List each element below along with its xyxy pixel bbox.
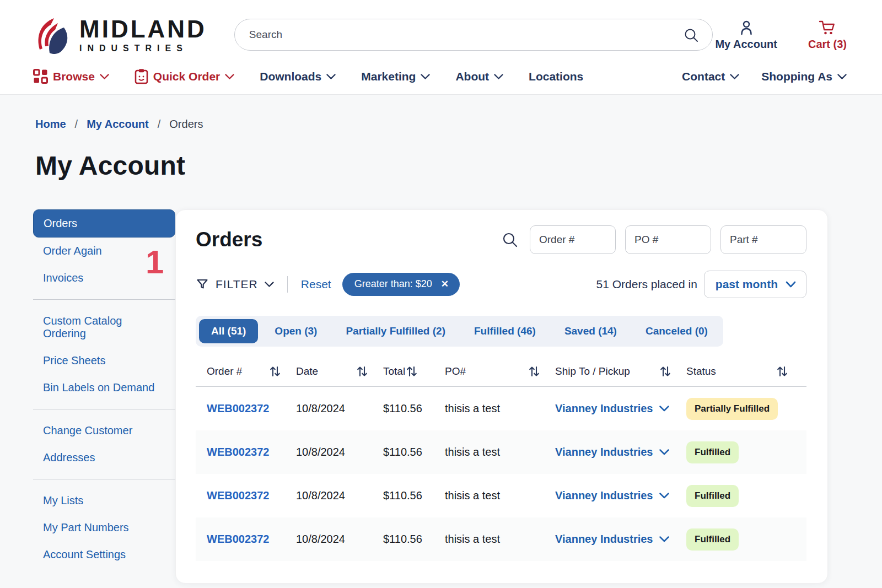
search-input[interactable]: [234, 19, 713, 51]
status-badge: Fulfilled: [686, 485, 739, 507]
chevron-down-icon: [659, 449, 669, 455]
nav-item-browse[interactable]: Browse: [33, 69, 109, 84]
nav-item-downloads[interactable]: Downloads: [260, 70, 336, 83]
chevron-down-icon: [421, 74, 430, 80]
chevron-down-icon: [730, 74, 739, 80]
order-number-link[interactable]: WEB002372: [207, 489, 296, 502]
column-header-status[interactable]: Status: [686, 365, 803, 377]
midland-logo[interactable]: MIDLAND INDUSTRIES: [33, 15, 207, 54]
sort-icon[interactable]: [776, 365, 789, 377]
column-header-label: PO#: [445, 365, 466, 377]
my-account-label: My Account: [715, 38, 777, 51]
ship-to-dropdown[interactable]: Vianney Industries: [555, 402, 686, 415]
sidebar-item-custom-catalog-ordering[interactable]: Custom Catalog Ordering: [33, 308, 175, 347]
table-row: WEB002372 10/8/2024 $110.56 thisis a tes…: [196, 474, 806, 517]
site-header: MIDLAND INDUSTRIES My Account Cart (3): [0, 0, 882, 95]
orders-search-icon[interactable]: [501, 231, 519, 249]
account-sidebar: OrdersOrder AgainInvoicesCustom Catalog …: [33, 209, 175, 584]
ship-to-dropdown[interactable]: Vianney Industries: [555, 489, 686, 502]
divider: [287, 276, 288, 293]
cart-button[interactable]: Cart (3): [808, 19, 847, 51]
sort-icon[interactable]: [268, 365, 282, 377]
chevron-down-icon: [659, 406, 669, 412]
grid-icon: [33, 69, 48, 84]
sort-icon[interactable]: [356, 365, 369, 377]
period-dropdown[interactable]: past month: [704, 271, 806, 298]
column-header-label: Order #: [207, 365, 242, 377]
orders-table: Order # Date Total PO# Ship To / Pickup …: [196, 360, 806, 561]
column-header-label: Status: [686, 365, 716, 377]
table-row: WEB002372 10/8/2024 $110.56 thisis a tes…: [196, 430, 806, 474]
tab-saved-14[interactable]: Saved (14): [552, 319, 629, 343]
sidebar-item-my-lists[interactable]: My Lists: [33, 487, 175, 514]
breadcrumb-my-account[interactable]: My Account: [87, 118, 149, 131]
tab-open-3[interactable]: Open (3): [262, 319, 329, 343]
nav-item-shopping-as[interactable]: Shopping As: [761, 70, 847, 83]
cart-icon: [819, 19, 836, 36]
tab-partially-fulfilled-2[interactable]: Partially Fulfilled (2): [334, 319, 458, 343]
table-row: WEB002372 10/8/2024 $110.56 thisis a tes…: [196, 517, 806, 561]
status-badge: Partially Fulfilled: [686, 398, 778, 420]
sidebar-item-price-sheets[interactable]: Price Sheets: [33, 347, 175, 374]
sidebar-item-my-part-numbers[interactable]: My Part Numbers: [33, 514, 175, 541]
order-date: 10/8/2024: [296, 533, 383, 546]
column-header-date[interactable]: Date: [296, 365, 383, 377]
sidebar-item-addresses[interactable]: Addresses: [33, 444, 175, 471]
order-number-link[interactable]: WEB002372: [207, 446, 296, 458]
column-header-ship-to-pickup[interactable]: Ship To / Pickup: [555, 365, 686, 377]
nav-item-label: Browse: [53, 70, 95, 83]
chevron-down-icon: [659, 493, 669, 499]
nav-item-label: Shopping As: [761, 70, 832, 83]
account-person-icon: [738, 19, 755, 36]
annotation-number: 1: [146, 246, 164, 279]
filter-button[interactable]: FILTER: [196, 278, 274, 291]
reset-filters-button[interactable]: Reset: [301, 278, 331, 291]
filter-chip-label: Greater than: $20: [354, 278, 432, 290]
nav-item-locations[interactable]: Locations: [529, 70, 583, 83]
table-row: WEB002372 10/8/2024 $110.56 thisis a tes…: [196, 387, 806, 430]
orders-panel-title: Orders: [196, 228, 262, 251]
sidebar-item-change-customer[interactable]: Change Customer: [33, 417, 175, 444]
remove-filter-icon[interactable]: ✕: [441, 278, 449, 290]
order-date: 10/8/2024: [296, 446, 383, 458]
sidebar-item-account-settings[interactable]: Account Settings: [33, 541, 175, 568]
tab-fulfilled-46[interactable]: Fulfilled (46): [462, 319, 548, 343]
nav-item-quick-order[interactable]: Quick Order: [135, 68, 234, 84]
column-header-order[interactable]: Order #: [207, 365, 296, 377]
ship-to-dropdown[interactable]: Vianney Industries: [555, 446, 686, 458]
tab-canceled-0[interactable]: Canceled (0): [633, 319, 720, 343]
my-account-button[interactable]: My Account: [715, 19, 777, 51]
column-header-po[interactable]: PO#: [445, 365, 555, 377]
tab-all-51[interactable]: All (51): [199, 319, 258, 343]
breadcrumb-home[interactable]: Home: [35, 118, 66, 131]
sort-icon[interactable]: [528, 365, 541, 377]
chevron-down-icon: [837, 74, 847, 80]
sidebar-group: Change CustomerAddresses: [33, 417, 175, 479]
po-field[interactable]: [625, 225, 711, 254]
search-icon[interactable]: [683, 24, 705, 46]
order-number-link[interactable]: WEB002372: [207, 402, 296, 415]
chevron-down-icon: [265, 282, 274, 288]
nav-item-contact[interactable]: Contact: [682, 70, 739, 83]
status-tabs: All (51)Open (3)Partially Fulfilled (2)F…: [196, 316, 723, 347]
breadcrumb-separator: /: [158, 118, 161, 131]
active-filter-chip[interactable]: Greater than: $20 ✕: [342, 273, 460, 296]
order-total: $110.56: [383, 489, 445, 502]
column-header-total[interactable]: Total: [383, 365, 445, 377]
nav-item-about[interactable]: About: [455, 70, 503, 83]
orders-count-text: 51 Orders placed in: [596, 278, 697, 291]
sort-icon[interactable]: [659, 365, 672, 377]
part-field[interactable]: [720, 225, 806, 254]
chevron-down-icon: [494, 74, 503, 80]
nav-item-marketing[interactable]: Marketing: [361, 70, 430, 83]
ship-to-label: Vianney Industries: [555, 446, 653, 458]
ship-to-label: Vianney Industries: [555, 402, 653, 415]
nav-item-label: Quick Order: [153, 70, 220, 83]
sort-icon[interactable]: [405, 365, 418, 377]
brand-name: MIDLAND: [79, 17, 207, 41]
sidebar-item-orders[interactable]: Orders: [33, 209, 175, 238]
sidebar-item-bin-labels-on-demand[interactable]: Bin Labels on Demand: [33, 374, 175, 401]
order-field[interactable]: [530, 225, 616, 254]
order-number-link[interactable]: WEB002372: [207, 533, 296, 546]
ship-to-dropdown[interactable]: Vianney Industries: [555, 533, 686, 546]
